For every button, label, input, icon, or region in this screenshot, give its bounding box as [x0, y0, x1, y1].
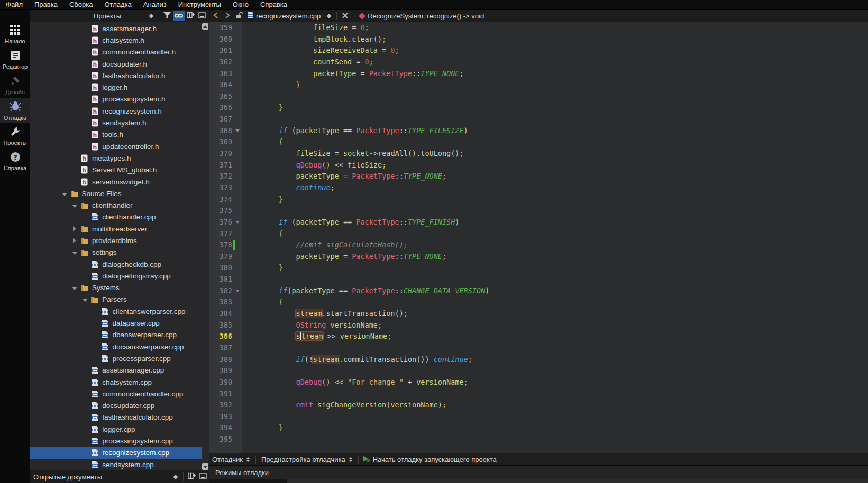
tree-item[interactable]: multithreadserver — [30, 223, 202, 235]
expander-open-icon[interactable] — [70, 284, 80, 292]
scroll-down-icon — [203, 466, 207, 468]
tree-item[interactable]: hsendsystem.h — [30, 117, 202, 128]
filter-button[interactable] — [161, 11, 173, 21]
tree-item[interactable]: docsupdater.cpp — [30, 400, 202, 412]
tree-item[interactable]: Systems — [30, 282, 202, 294]
tree-item[interactable]: Parsers — [30, 294, 202, 305]
expander-open-icon[interactable] — [70, 201, 80, 209]
project-tree[interactable]: hassetsmanager.hhchatsystem.hhcommonclie… — [30, 23, 202, 470]
close-pane-button[interactable] — [197, 471, 209, 482]
tree-item[interactable]: hserverlmswidget.h — [30, 176, 202, 188]
tree-item[interactable]: settings — [30, 247, 202, 258]
tree-item[interactable]: assetsmanager.cpp — [30, 365, 202, 376]
tree-item-label: dbanswerparser.cpp — [113, 331, 177, 339]
open-documents-label[interactable]: Открытые документы — [30, 473, 170, 481]
menu-файл[interactable]: Файл — [0, 0, 29, 9]
projects-pane-selector[interactable]: Проекты — [30, 12, 146, 20]
fold-marker-icon[interactable] — [235, 290, 240, 292]
fold-marker-icon[interactable] — [235, 221, 240, 224]
mode-проекты[interactable]: Проекты — [0, 124, 30, 148]
code-text: fileSize = socket->readAll().toULong(); — [244, 148, 464, 160]
split-button[interactable] — [186, 471, 197, 482]
tree-item[interactable]: clienthandler.cpp — [30, 211, 202, 223]
mode-редактор[interactable]: Редактор — [0, 48, 30, 72]
tree-item[interactable]: docsanswerparser.cpp — [30, 341, 202, 352]
tree-item[interactable]: Source Files — [30, 188, 202, 199]
tree-item[interactable]: hlogger.h — [30, 81, 202, 93]
tree-item[interactable]: dialogcheckdb.cpp — [30, 258, 202, 270]
tree-item[interactable]: dialogsettingstray.cpp — [30, 270, 202, 282]
start-debugging-button[interactable]: Начать отладку запускающего проекта — [373, 456, 497, 463]
mode-начало[interactable]: Начало — [0, 22, 30, 47]
tree-item[interactable]: hdocsupdater.h — [30, 58, 202, 70]
line-number: 370 — [209, 148, 232, 160]
tree-item[interactable]: dataparser.cpp — [30, 317, 202, 329]
menu-инструменты[interactable]: Инструменты — [172, 0, 227, 9]
tree-item[interactable]: dbanswerparser.cpp — [30, 329, 202, 341]
sync-with-editor-button[interactable] — [173, 11, 185, 21]
svg-text:h: h — [93, 132, 97, 138]
forward-button[interactable] — [222, 11, 233, 21]
open-document-name[interactable]: recognizesystem.cpp — [256, 12, 321, 20]
back-button[interactable] — [210, 11, 222, 21]
tree-item[interactable]: fasthashcalculator.cpp — [30, 412, 202, 423]
tree-item[interactable]: chatsystem.cpp — [30, 376, 202, 388]
mode-справка[interactable]: ?Справка — [0, 149, 30, 173]
cpp-file-icon — [90, 425, 99, 433]
tree-item[interactable]: commonclienthandler.cpp — [30, 388, 202, 400]
mode-дизайн[interactable]: Дизайн — [0, 73, 30, 97]
tree-item[interactable]: hassetsmanager.h — [30, 23, 202, 34]
code-editor[interactable]: 359 fileSize = 0;360 tmpBlock.clear();36… — [209, 22, 868, 483]
document-dropdown-icon[interactable] — [327, 14, 331, 18]
scroll-down-button[interactable] — [202, 463, 208, 470]
toolbar-corner — [0, 10, 30, 22]
code-line-377: 377 { — [209, 228, 868, 240]
tree-item[interactable]: hfasthashcalculator.h — [30, 70, 202, 81]
tree-item[interactable]: hprocessingsystem.h — [30, 94, 202, 105]
open-documents-updown-icon[interactable] — [173, 475, 178, 479]
tree-item[interactable]: processingsystem.cpp — [30, 435, 202, 447]
fold-marker-icon[interactable] — [235, 129, 240, 132]
tree-item[interactable]: hchatsystem.h — [30, 34, 202, 46]
code-area[interactable]: 359 fileSize = 0;360 tmpBlock.clear();36… — [209, 22, 868, 453]
tree-scrollbar[interactable] — [202, 23, 209, 470]
tree-item[interactable]: clientanswerparser.cpp — [30, 305, 202, 317]
tree-item[interactable]: hcommonclienthandler.h — [30, 47, 202, 58]
tree-item[interactable]: hmetatypes.h — [30, 152, 202, 164]
debugger-combo-updown-icon[interactable] — [246, 457, 250, 462]
expander-closed-icon[interactable] — [70, 225, 80, 233]
expander-open-icon[interactable] — [80, 295, 90, 303]
menu-правка[interactable]: Правка — [29, 0, 63, 9]
tree-item[interactable]: clienthandler — [30, 199, 202, 211]
tree-item[interactable]: hrecognizesystem.h — [30, 105, 202, 117]
tree-item[interactable]: hServerLMS_global.h — [30, 164, 202, 176]
tree-item[interactable]: processparser.cpp — [30, 352, 202, 364]
scroll-up-button[interactable] — [202, 23, 208, 30]
menu-отладка[interactable]: Отладка — [98, 0, 137, 9]
debugger-combo[interactable]: Отладчик — [209, 456, 243, 463]
split-pane-button[interactable] — [185, 11, 196, 21]
menu-окно[interactable]: Окно — [227, 0, 254, 9]
line-number: 364 — [209, 79, 232, 91]
tree-item[interactable]: logger.cpp — [30, 423, 202, 435]
menu-сборка[interactable]: Сборка — [63, 0, 99, 9]
file-lock-button[interactable] — [233, 11, 245, 21]
menu-анализ[interactable]: Анализ — [138, 0, 172, 9]
preset-combo-updown-icon[interactable] — [349, 457, 353, 462]
tree-item[interactable]: recognizesystem.cpp — [30, 447, 202, 459]
debugger-preset-combo[interactable]: Преднастройка отладчика — [258, 456, 345, 463]
current-symbol[interactable]: RecognizeSystem::recognize() -> void — [368, 12, 484, 20]
menu-справка[interactable]: Справка — [254, 0, 293, 9]
tree-item[interactable]: htools.h — [30, 129, 202, 141]
expander-closed-icon[interactable] — [70, 237, 80, 245]
tree-item[interactable]: sendsystem.cpp — [30, 459, 202, 470]
close-pane-button[interactable] — [196, 11, 208, 21]
expander-open-icon[interactable] — [70, 248, 80, 256]
code-line-371: 371 qDebug() << fileSize; — [209, 160, 868, 171]
mode-отладка[interactable]: Отладка — [0, 98, 30, 123]
tree-item[interactable]: providerdblms — [30, 235, 202, 246]
tree-item[interactable]: hupdatecontroller.h — [30, 141, 202, 152]
pane-selector-updown-icon[interactable] — [149, 14, 153, 18]
close-document-button[interactable] — [339, 11, 351, 21]
expander-open-icon[interactable] — [60, 190, 70, 198]
